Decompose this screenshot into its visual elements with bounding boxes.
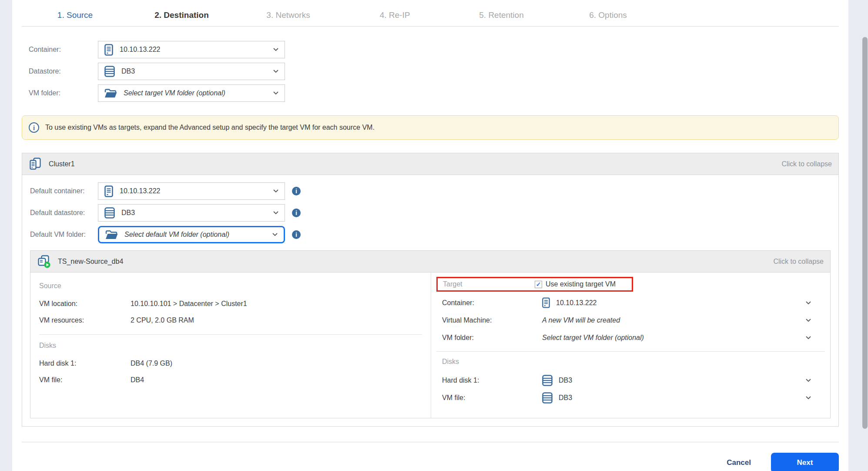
datastore-select[interactable]: DB3 (98, 63, 285, 80)
container-value: 10.10.13.222 (120, 46, 160, 54)
source-hard-disk-label: Hard disk 1: (39, 360, 131, 367)
target-container-label: Container: (442, 299, 542, 307)
step-networks: 3. Networks (235, 4, 342, 26)
step-destination[interactable]: 2. Destination (128, 4, 235, 26)
container-select[interactable]: 10.10.13.222 (98, 41, 285, 58)
scrollbar-track[interactable] (848, 0, 868, 471)
target-container-value: 10.10.13.222 (556, 299, 597, 307)
target-vm-file-label: VM file: (442, 394, 542, 402)
target-hard-disk-label: Hard disk 1: (442, 377, 542, 384)
vm-folder-row: VM folder: Select target VM folder (opti… (22, 84, 839, 102)
vm-resources-value: 2 CPU, 2.0 GB RAM (131, 316, 194, 324)
vm-folder-placeholder: Select target VM folder (optional) (124, 89, 225, 97)
vm-running-icon (37, 255, 51, 269)
target-disks-title: Disks (436, 358, 825, 366)
cluster-collapse-hint[interactable]: Click to collapse (781, 160, 832, 168)
info-badge-icon[interactable]: i (292, 230, 301, 239)
container-row: Container: 10.10.13.222 (22, 41, 839, 58)
cluster-header[interactable]: Cluster1 Click to collapse (22, 153, 838, 175)
step-reip: 4. Re-IP (342, 4, 448, 26)
vm-location-value: 10.10.10.101 > Datacenter > Cluster1 (131, 300, 247, 308)
info-banner: i To use existing VMs as targets, expand… (22, 115, 839, 140)
chevron-down-icon[interactable] (806, 379, 811, 382)
target-vm-folder-label: VM folder: (442, 334, 542, 342)
default-datastore-row: Default datastore: DB3 i (30, 204, 831, 222)
step-retention: 5. Retention (448, 4, 555, 26)
divider (39, 334, 422, 335)
target-vm-folder-row: VM folder: Select target VM folder (opti… (436, 332, 825, 343)
target-highlight-box: Target ✓ Use existing target VM (436, 277, 633, 292)
datastore-icon (104, 66, 115, 77)
target-container-row: Container: 10.10.13.222 (436, 297, 825, 309)
step-options: 6. Options (555, 4, 661, 26)
chevron-down-icon[interactable] (806, 319, 811, 322)
source-vm-file-value: DB4 (131, 376, 144, 384)
host-icon (104, 185, 113, 197)
datastore-icon (542, 375, 553, 386)
use-existing-vm-checkbox[interactable]: ✓ (535, 281, 542, 288)
default-vm-folder-placeholder: Select default VM folder (optional) (124, 231, 229, 239)
target-title: Target (443, 280, 535, 288)
destination-form: Container: 10.10.13.222 Datastore: DB3 (22, 41, 839, 102)
use-existing-vm-label[interactable]: Use existing target VM (546, 280, 616, 288)
source-panel: Source VM location: 10.10.10.101 > Datac… (30, 273, 431, 418)
cluster-section: Cluster1 Click to collapse Default conta… (22, 153, 839, 427)
cancel-button[interactable]: Cancel (727, 458, 751, 467)
cluster-icon (29, 158, 42, 171)
default-container-row: Default container: 10.10.13.222 i (30, 182, 831, 200)
info-icon: i (29, 122, 39, 133)
target-hard-disk-row: Hard disk 1: DB3 (436, 374, 825, 386)
target-virtual-machine-label: Virtual Machine: (442, 316, 542, 324)
default-container-value: 10.10.13.222 (120, 187, 160, 195)
chevron-down-icon (273, 91, 278, 95)
default-container-select[interactable]: 10.10.13.222 (98, 182, 285, 200)
info-badge-icon[interactable]: i (292, 187, 301, 195)
host-icon (104, 44, 113, 56)
vm-location-row: VM location: 10.10.10.101 > Datacenter >… (39, 299, 422, 309)
chevron-down-icon (273, 48, 278, 51)
vm-folder-select[interactable]: Select target VM folder (optional) (98, 84, 285, 102)
target-virtual-machine-placeholder: A new VM will be created (542, 316, 620, 324)
host-icon (542, 297, 550, 308)
folder-icon (105, 229, 118, 240)
target-hard-disk-value: DB3 (559, 377, 572, 384)
container-label: Container: (22, 46, 98, 54)
target-panel: Target ✓ Use existing target VM Containe… (431, 273, 830, 418)
chevron-down-icon (273, 211, 278, 215)
chevron-down-icon[interactable] (806, 336, 811, 340)
datastore-row: Datastore: DB3 (22, 63, 839, 80)
target-vm-file-value: DB3 (559, 394, 572, 402)
window-left-margin (0, 0, 12, 471)
chevron-down-icon (272, 233, 278, 236)
next-button[interactable]: Next (771, 453, 839, 471)
vm-folder-label: VM folder: (22, 89, 98, 97)
source-hard-disk-value: DB4 (7.9 GB) (131, 360, 172, 367)
info-badge-icon[interactable]: i (292, 209, 301, 217)
default-container-label: Default container: (30, 187, 98, 195)
step-source[interactable]: 1. Source (22, 4, 128, 26)
cluster-body: Default container: 10.10.13.222 i Defaul… (22, 175, 838, 426)
vm-body: Source VM location: 10.10.10.101 > Datac… (30, 273, 830, 418)
footer: Cancel Next (22, 453, 839, 471)
chevron-down-icon[interactable] (806, 396, 811, 400)
scrollbar-thumb[interactable] (862, 37, 868, 429)
source-title: Source (39, 282, 422, 290)
source-vm-file-label: VM file: (39, 376, 131, 384)
footer-divider (22, 442, 839, 442)
default-vm-folder-label: Default VM folder: (30, 231, 98, 239)
vm-name: TS_new-Source_db4 (58, 258, 123, 266)
wizard-page: 1. Source 2. Destination 3. Networks 4. … (12, 0, 848, 471)
source-disks-title: Disks (39, 342, 422, 350)
datastore-label: Datastore: (22, 67, 98, 75)
datastore-value: DB3 (121, 67, 135, 75)
default-datastore-value: DB3 (121, 209, 135, 217)
target-vm-folder-placeholder: Select target VM folder (optional) (542, 334, 644, 342)
target-virtual-machine-row: Virtual Machine: A new VM will be create… (436, 314, 825, 326)
chevron-down-icon[interactable] (806, 301, 811, 305)
cluster-name: Cluster1 (49, 160, 75, 168)
default-vm-folder-select[interactable]: Select default VM folder (optional) (98, 226, 285, 243)
vm-collapse-hint[interactable]: Click to collapse (773, 258, 824, 266)
target-vm-file-row: VM file: DB3 (436, 392, 825, 404)
default-datastore-select[interactable]: DB3 (98, 204, 285, 222)
vm-header[interactable]: TS_new-Source_db4 Click to collapse (30, 251, 830, 273)
